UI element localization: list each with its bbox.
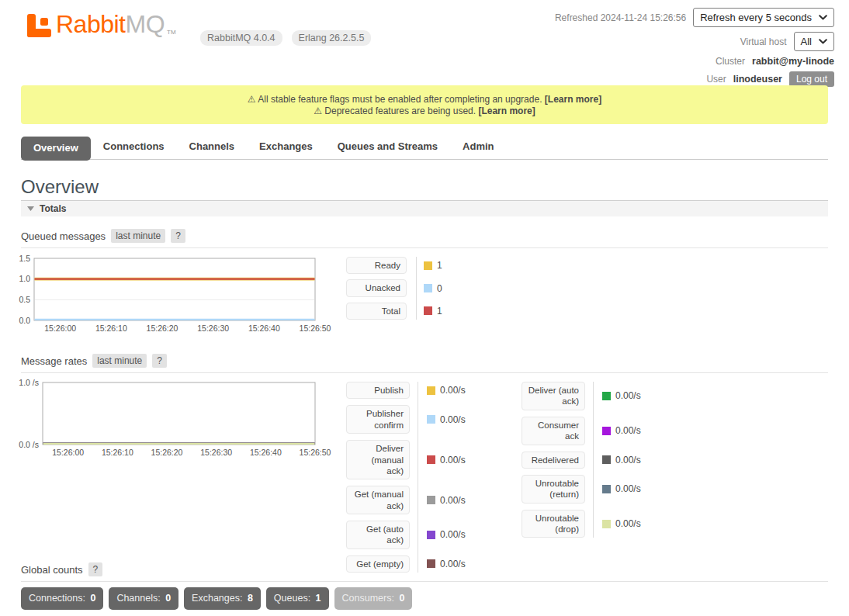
unroutable-return-swatch: [602, 485, 611, 493]
rabbitmq-logo-icon: [27, 14, 51, 37]
svg-text:0.0 /s: 0.0 /s: [19, 440, 39, 449]
get-manual-ack-swatch: [427, 496, 435, 504]
virtual-host-label: Virtual host: [740, 36, 787, 47]
legend-unacked-button[interactable]: Unacked: [346, 279, 407, 296]
message-rates-legend-right: Deliver (auto ack)0.00/sConsumer ack0.00…: [522, 382, 678, 538]
global-count-connections: Connections: 0: [21, 587, 103, 610]
rabbitmq-logo[interactable]: RabbitMQ TM: [27, 10, 176, 38]
svg-text:0.0: 0.0: [19, 316, 30, 325]
legend-consumer-ack-value: 0.00/s: [585, 425, 678, 436]
collapse-caret-icon: [27, 206, 34, 211]
deprecated-learn-more-link[interactable]: [Learn more]: [478, 106, 535, 116]
deliver-auto-ack-swatch: [602, 392, 611, 400]
logout-button[interactable]: Log out: [789, 71, 834, 87]
totals-label: Totals: [40, 203, 66, 214]
feature-flags-learn-more-link[interactable]: [Learn more]: [545, 94, 601, 105]
page-title: Overview: [21, 176, 99, 198]
global-count-queues: Queues: 1: [266, 587, 329, 610]
virtual-host-select[interactable]: All: [794, 32, 834, 51]
global-count-channels: Channels: 0: [109, 587, 178, 610]
version-badges: RabbitMQ 4.0.4 Erlang 26.2.5.5: [200, 30, 371, 46]
legend-deliver-manual-ack-button[interactable]: Deliver (manual ack): [346, 440, 410, 479]
consumer-ack-swatch: [602, 427, 611, 435]
user-label: User: [706, 74, 726, 85]
brand-rabbit: Rabbit: [56, 10, 126, 38]
unacked-swatch: [424, 284, 432, 292]
svg-text:1.0 /s: 1.0 /s: [19, 378, 39, 387]
chevron-down-icon: [819, 15, 827, 20]
global-counts-help-icon[interactable]: ?: [88, 562, 103, 576]
message-rates-header: Message rates last minute ?: [21, 354, 828, 373]
deprecated-features-warning: ⚠ Deprecated features are being used. [L…: [21, 106, 828, 117]
warning-banner: ⚠ All stable feature flags must be enabl…: [21, 85, 828, 124]
chevron-down-icon: [819, 39, 827, 44]
tab-queues-and-streams[interactable]: Queues and Streams: [325, 135, 450, 159]
rates-help-icon[interactable]: ?: [152, 354, 167, 368]
deliver-manual-ack-swatch: [427, 455, 435, 464]
legend-ready-button[interactable]: Ready: [346, 257, 407, 274]
legend-redelivered-button[interactable]: Redelivered: [522, 452, 585, 469]
legend-unacked-value: 0: [407, 283, 500, 294]
legend-unroutable-drop-value: 0.00/s: [585, 518, 678, 529]
legend-deliver-auto-ack-value: 0.00/s: [585, 390, 678, 401]
queued-messages-title: Queued messages: [21, 230, 106, 242]
svg-text:15:26:00: 15:26:00: [44, 324, 76, 333]
publish-swatch: [427, 386, 435, 395]
legend-publish-value: 0.00/s: [410, 385, 503, 396]
legend-publisher-confirm-value: 0.00/s: [410, 414, 503, 425]
brand-mq: MQ: [126, 10, 165, 38]
tab-admin[interactable]: Admin: [450, 135, 506, 159]
queued-period-badge[interactable]: last minute: [111, 229, 165, 243]
queued-help-icon[interactable]: ?: [171, 229, 185, 243]
legend-consumer-ack-button[interactable]: Consumer ack: [522, 417, 585, 445]
svg-text:1.5: 1.5: [19, 254, 30, 263]
legend-publisher-confirm-button[interactable]: Publisher confirm: [346, 405, 410, 434]
legend-unroutable-return-button[interactable]: Unroutable (return): [522, 475, 585, 504]
message-rates-chart: 1.0 /s0.0 /s15:26:0015:26:1015:26:2015:2…: [21, 379, 355, 457]
cluster-label: Cluster: [716, 56, 745, 67]
get-auto-ack-swatch: [427, 531, 435, 539]
message-rates-legend-left: Publish0.00/sPublisher confirm0.00/sDeli…: [346, 382, 503, 573]
totals-section-header[interactable]: Totals: [21, 200, 828, 216]
legend-get-manual-ack-value: 0.00/s: [410, 495, 503, 506]
legend-get-auto-ack-value: 0.00/s: [410, 529, 503, 540]
global-counts-header: Global counts ?: [21, 562, 828, 582]
unroutable-drop-swatch: [602, 520, 611, 528]
ready-swatch: [424, 261, 432, 270]
total-swatch: [424, 306, 432, 315]
legend-deliver-manual-ack-value: 0.00/s: [410, 455, 503, 465]
erlang-version-badge: Erlang 26.2.5.5: [292, 30, 372, 46]
global-counts-row: Connections: 0Channels: 0Exchanges: 8Que…: [21, 587, 412, 610]
legend-publish-button[interactable]: Publish: [346, 382, 410, 399]
user-name: linodeuser: [733, 74, 782, 85]
legend-get-auto-ack-button[interactable]: Get (auto ack): [346, 521, 410, 549]
legend-unroutable-drop-button[interactable]: Unroutable (drop): [522, 510, 585, 538]
svg-text:15:26:00: 15:26:00: [52, 448, 84, 457]
svg-text:15:26:30: 15:26:30: [197, 324, 229, 333]
queued-messages-legend: Ready1Unacked0Total1: [346, 257, 500, 320]
svg-text:15:26:30: 15:26:30: [200, 448, 232, 457]
refresh-interval-select[interactable]: Refresh every 5 seconds: [693, 8, 834, 27]
global-count-exchanges: Exchanges: 8: [184, 587, 261, 610]
legend-divider: [416, 257, 417, 320]
feature-flags-warning: ⚠ All stable feature flags must be enabl…: [21, 94, 828, 106]
rates-period-badge[interactable]: last minute: [92, 354, 147, 368]
trademark-label: TM: [167, 29, 176, 36]
tab-connections[interactable]: Connections: [91, 135, 177, 159]
redelivered-swatch: [602, 455, 611, 464]
svg-text:15:26:10: 15:26:10: [95, 324, 127, 333]
legend-total-button[interactable]: Total: [346, 303, 407, 320]
tab-exchanges[interactable]: Exchanges: [247, 135, 325, 159]
refreshed-timestamp: Refreshed 2024-11-24 15:26:56: [555, 12, 686, 23]
global-counts-title: Global counts: [21, 564, 83, 576]
header-status-area: Refreshed 2024-11-24 15:26:56 Refresh ev…: [555, 8, 834, 87]
svg-text:15:26:40: 15:26:40: [250, 448, 282, 457]
legend-deliver-auto-ack-button[interactable]: Deliver (auto ack): [522, 382, 585, 410]
svg-text:15:26:50: 15:26:50: [300, 324, 331, 333]
cluster-name: rabbit@my-linode: [752, 56, 834, 67]
global-count-consumers: Consumers: 0: [334, 587, 413, 610]
legend-get-manual-ack-button[interactable]: Get (manual ack): [346, 486, 410, 514]
svg-text:1.0: 1.0: [19, 274, 30, 283]
tab-channels[interactable]: Channels: [177, 135, 248, 159]
tab-overview[interactable]: Overview: [21, 137, 91, 161]
